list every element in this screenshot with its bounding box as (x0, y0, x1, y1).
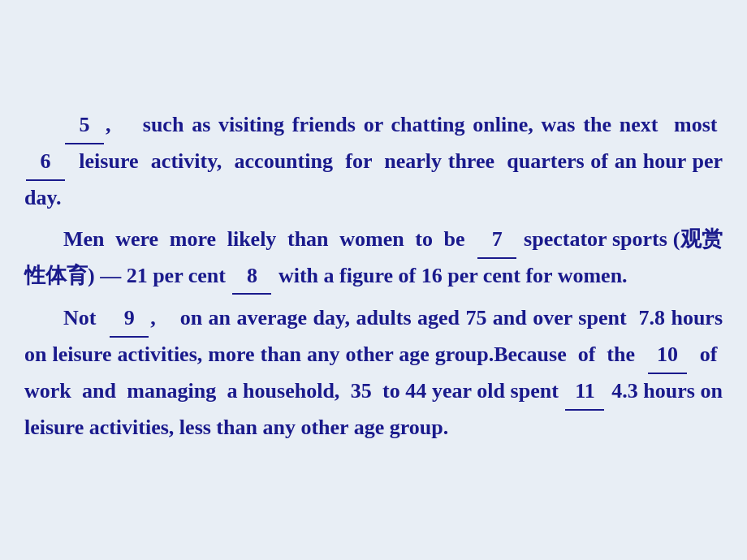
text-after-8: with a figure of 16 per cent for women. (273, 264, 627, 287)
text-after-5: , such as visiting friends or chatting o… (106, 113, 723, 136)
blank-8: 8 (232, 259, 271, 295)
blank-7: 7 (477, 222, 516, 259)
paragraph-1: 5, such as visiting friends or chatting … (24, 108, 723, 216)
text-after-7: spectator sports ( (518, 227, 680, 251)
blank-5: 5 (65, 108, 104, 144)
blank-11: 11 (565, 374, 604, 411)
paragraph-2: Men were more likely than women to be 7 … (24, 222, 723, 295)
text-before-9: Not (63, 306, 108, 330)
blank-10: 10 (648, 338, 687, 374)
blank-6: 6 (26, 144, 65, 181)
text-before-7: Men were more likely than women to be (63, 227, 476, 251)
paragraph-3: Not 9, on an average day, adults aged 75… (24, 301, 723, 446)
text-after-chinese: ) — 21 per cent (88, 264, 231, 287)
blank-9: 9 (110, 301, 149, 338)
text-after-6: leisure activity, accounting for nearly … (24, 149, 723, 209)
page-container: 5, such as visiting friends or chatting … (16, 92, 731, 468)
